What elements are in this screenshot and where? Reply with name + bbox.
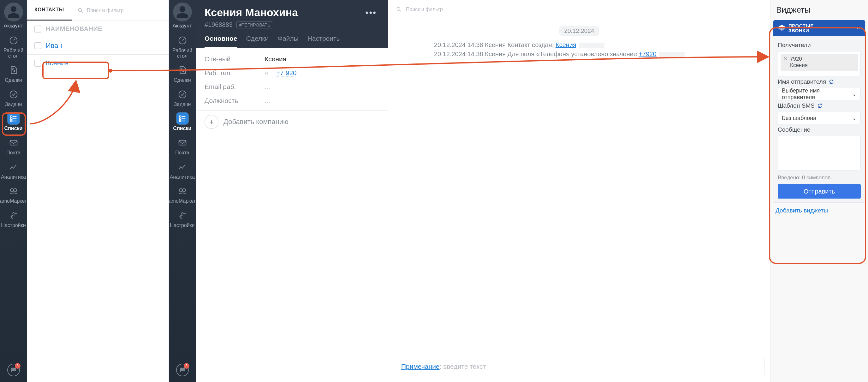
nav-item-market[interactable]: amoМаркет bbox=[0, 185, 27, 204]
account-label[interactable]: Аккаунт bbox=[173, 23, 192, 29]
contacts-search[interactable]: Поиск и фильтр bbox=[72, 7, 168, 13]
add-company-button[interactable]: + Добавить компанию bbox=[205, 115, 379, 129]
contact-row[interactable]: Иван bbox=[27, 37, 168, 55]
nav-label: amoМаркет bbox=[0, 198, 27, 204]
search-icon bbox=[77, 7, 84, 13]
message-textarea[interactable] bbox=[778, 136, 861, 171]
recipients-input[interactable]: ✕ 7920 Ксения bbox=[778, 51, 861, 77]
widget-brand: ПРОСТЫЕЗВОНКИ bbox=[778, 23, 853, 33]
col-name-label: НАИМЕНОВАНИЕ bbox=[46, 25, 102, 32]
contacts-title[interactable]: КОНТАКТЫ bbox=[27, 0, 72, 21]
field-responsible: Отв-ный Ксения bbox=[205, 52, 379, 66]
nav-item-tasks[interactable]: Задачи bbox=[0, 89, 27, 107]
nav-item-mail[interactable]: Почта bbox=[0, 137, 27, 156]
field-label: Должность bbox=[205, 97, 258, 105]
row-checkbox[interactable] bbox=[34, 60, 41, 67]
field-work-phone: Раб. тел. ч +7 920 bbox=[205, 66, 379, 80]
row-checkbox[interactable] bbox=[34, 42, 41, 49]
svg-line-25 bbox=[400, 10, 401, 12]
contact-id: #1968883 bbox=[205, 21, 232, 28]
mail-icon bbox=[8, 137, 19, 148]
nav-item-settings[interactable]: Настройки bbox=[169, 210, 196, 228]
nav-item-market[interactable]: amoМаркет bbox=[169, 185, 196, 204]
plus-icon: + bbox=[205, 115, 218, 129]
svg-point-10 bbox=[13, 189, 17, 192]
svg-rect-6 bbox=[10, 120, 12, 122]
nav-item-dashboard[interactable]: Рабочий стол bbox=[169, 35, 196, 59]
widgets-title: Виджеты bbox=[771, 0, 868, 20]
tag-button[interactable]: #ТЕГИРОВАТЬ bbox=[237, 22, 273, 28]
tab-main[interactable]: Основное bbox=[205, 35, 237, 48]
refresh-icon[interactable] bbox=[817, 103, 823, 109]
market-icon bbox=[177, 185, 188, 197]
more-menu-icon[interactable]: ••• bbox=[363, 7, 379, 18]
nav-item-mail[interactable]: Почта bbox=[169, 137, 196, 156]
remove-recipient-icon[interactable]: ✕ bbox=[783, 56, 787, 61]
nav-item-lists[interactable]: Списки bbox=[0, 113, 27, 131]
analytics-icon bbox=[8, 161, 19, 173]
field-label: Email раб. bbox=[205, 83, 258, 91]
sender-select[interactable]: Выберите имя отправителя ⌄ bbox=[778, 88, 861, 100]
contact-link[interactable]: Ксения bbox=[46, 59, 68, 67]
contact-link[interactable]: Иван bbox=[46, 42, 62, 50]
detail-tabs: Основное Сделки Файлы Настроить bbox=[205, 35, 379, 48]
recipient-chip: ✕ 7920 Ксения bbox=[781, 54, 858, 71]
redacted bbox=[659, 52, 685, 57]
tab-deals[interactable]: Сделки bbox=[246, 35, 269, 48]
template-select[interactable]: Без шаблона ⌄ bbox=[778, 112, 861, 124]
nav-label: Сделки bbox=[5, 77, 22, 83]
nav-item-analytics[interactable]: Аналитика bbox=[169, 161, 196, 180]
timeline-search[interactable]: Поиск и фильтр bbox=[388, 0, 770, 19]
tab-configure[interactable]: Настроить bbox=[307, 35, 340, 48]
account-avatar[interactable] bbox=[4, 2, 23, 22]
tasks-icon bbox=[8, 89, 19, 100]
add-widgets-link[interactable]: Добавить виджеты bbox=[776, 207, 863, 214]
chat-button[interactable]: 3 bbox=[7, 364, 20, 376]
send-button[interactable]: Отправить bbox=[778, 184, 861, 199]
log-entry: 20.12.2024 14:38 Ксения Для поля «Телефо… bbox=[434, 51, 724, 58]
nav-item-tasks[interactable]: Задачи bbox=[169, 89, 196, 107]
nav-item-lists[interactable]: Списки bbox=[169, 113, 196, 131]
nav-item-analytics[interactable]: Аналитика bbox=[0, 161, 27, 180]
chevron-down-icon: ⌄ bbox=[852, 91, 857, 97]
nav-bottom: 3 bbox=[176, 364, 189, 376]
nav-label: Задачи bbox=[174, 102, 191, 107]
field-value[interactable]: Ксения bbox=[265, 55, 286, 63]
settings-icon bbox=[177, 210, 188, 221]
account-avatar[interactable] bbox=[173, 2, 192, 22]
refresh-icon[interactable] bbox=[829, 79, 834, 85]
note-input[interactable]: Примечание: введите текст bbox=[394, 357, 765, 376]
field-label: Раб. тел. bbox=[205, 69, 258, 77]
widget-header[interactable]: ПРОСТЫЕЗВОНКИ ︿ bbox=[773, 20, 865, 36]
select-value: Выберите имя отправителя bbox=[782, 87, 852, 101]
log-ts: 20.12.2024 14:38 bbox=[434, 41, 483, 48]
select-all-checkbox[interactable] bbox=[34, 26, 41, 32]
note-label: Примечание bbox=[401, 363, 440, 370]
nav-label: Рабочий стол bbox=[172, 48, 192, 59]
recipient-name: Ксения bbox=[790, 62, 808, 68]
contacts-col-header[interactable]: НАИМЕНОВАНИЕ bbox=[27, 21, 168, 37]
nav-label: Настройки bbox=[170, 223, 194, 228]
divider bbox=[196, 110, 388, 111]
recipient-phone: 7920 bbox=[790, 56, 808, 62]
nav-item-dashboard[interactable]: Рабочий стол bbox=[0, 35, 27, 59]
nav-item-deals[interactable]: Сделки bbox=[0, 64, 27, 83]
svg-rect-2 bbox=[10, 116, 12, 117]
svg-point-1 bbox=[10, 91, 17, 98]
svg-point-23 bbox=[182, 189, 186, 192]
field-value[interactable]: ... bbox=[265, 97, 270, 105]
nav-item-settings[interactable]: Настройки bbox=[0, 210, 27, 228]
field-value[interactable]: ... bbox=[265, 83, 270, 91]
contact-name[interactable]: Ксения Манохина bbox=[205, 6, 359, 19]
tab-files[interactable]: Файлы bbox=[277, 35, 299, 48]
log-link[interactable]: +7920 bbox=[639, 51, 656, 57]
account-label[interactable]: Аккаунт bbox=[4, 23, 23, 29]
nav-item-deals[interactable]: Сделки bbox=[169, 64, 196, 83]
chat-button[interactable]: 3 bbox=[176, 364, 189, 376]
log-link[interactable]: Ксения bbox=[556, 41, 576, 48]
contact-row[interactable]: Ксения bbox=[27, 55, 168, 72]
log-user: Ксения bbox=[485, 41, 506, 48]
chevron-up-icon[interactable]: ︿ bbox=[856, 25, 861, 31]
dashboard-icon bbox=[177, 35, 188, 46]
field-value-link[interactable]: +7 920 bbox=[276, 69, 297, 77]
